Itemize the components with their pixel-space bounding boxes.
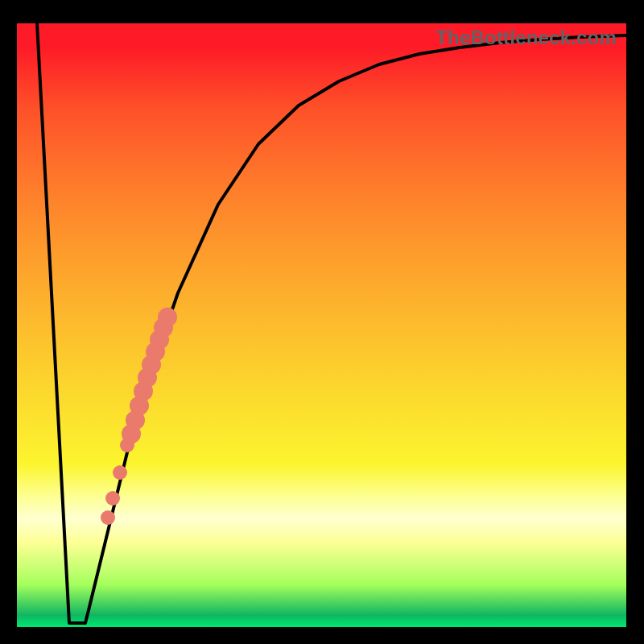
data-marker: [113, 465, 127, 480]
data-markers: [101, 308, 177, 525]
chart-plot-area: TheBottleneck.com: [17, 23, 626, 627]
watermark-text: TheBottleneck.com: [436, 27, 617, 49]
data-marker: [105, 491, 120, 506]
data-marker: [101, 510, 115, 525]
chart-frame: TheBottleneck.com: [0, 0, 644, 644]
curve-path: [37, 23, 626, 623]
data-marker: [158, 308, 177, 327]
chart-svg: [17, 23, 626, 627]
